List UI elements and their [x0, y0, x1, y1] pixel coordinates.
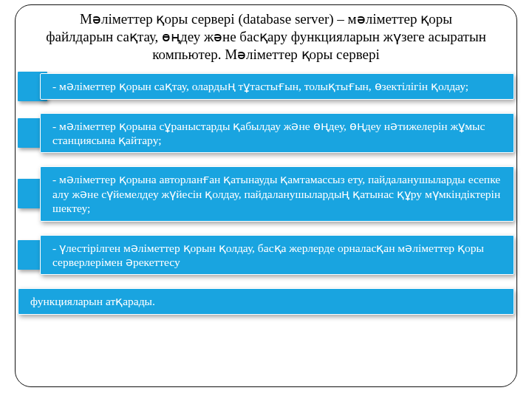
list-item: функцияларын атқарады. [18, 288, 514, 314]
list-item: - мәліметтер қорына авторланған қатынауд… [18, 166, 514, 221]
row-card: - үлестірілген мәліметтер қорын қолдау, … [40, 235, 514, 276]
row-card: - мәліметтер қорына авторланған қатынауд… [40, 166, 514, 221]
row-card: функцияларын атқарады. [18, 288, 514, 314]
row-card: - мәліметтер қорын сақтау, олардың тұтас… [40, 73, 514, 99]
list-item: - үлестірілген мәліметтер қорын қолдау, … [18, 235, 514, 276]
page-title: Мәліметтер қоры сервері (database server… [9, 0, 523, 70]
list-container: - мәліметтер қорын сақтау, олардың тұтас… [18, 73, 514, 314]
row-card: - мәліметтер қорына сұраныстарды қабылда… [40, 113, 514, 154]
list-item: - мәліметтер қорына сұраныстарды қабылда… [18, 113, 514, 154]
list-item: - мәліметтер қорын сақтау, олардың тұтас… [18, 73, 514, 99]
slide-page: Мәліметтер қоры сервері (database server… [0, 0, 532, 399]
